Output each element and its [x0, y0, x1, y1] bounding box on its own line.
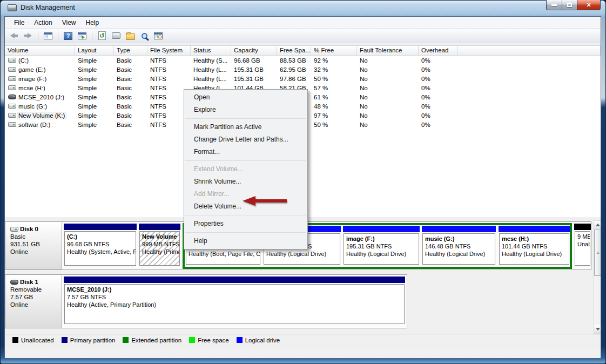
- disk-status: Online: [10, 301, 62, 308]
- context-menu-item-help[interactable]: Help: [184, 235, 307, 247]
- column-header[interactable]: Type: [114, 46, 147, 55]
- scroll-down-button[interactable]: [594, 325, 601, 333]
- legend-item: Extended partition: [123, 337, 181, 343]
- table-cell: 195.31 GB: [231, 66, 277, 73]
- minimize-button[interactable]: [546, 0, 562, 10]
- column-header[interactable]: Status: [191, 46, 231, 55]
- toolbar-separator: [58, 31, 58, 41]
- column-header-filler: [458, 46, 601, 55]
- legend-label: Free space: [198, 337, 229, 343]
- partition-size: 999 MB NTFS: [142, 240, 177, 248]
- table-cell: 50 %: [311, 76, 357, 82]
- column-header[interactable]: Capacity: [231, 46, 277, 55]
- table-cell: Simple: [75, 76, 114, 82]
- context-menu-item-explore[interactable]: Explore: [184, 104, 307, 116]
- context-menu-item-format[interactable]: Format...: [184, 146, 307, 158]
- search-icon: [142, 33, 147, 39]
- context-menu: OpenExploreMark Partition as ActiveChang…: [184, 89, 308, 250]
- context-menu-item-shrink-volume[interactable]: Shrink Volume...: [184, 176, 307, 188]
- partition-size: 7.57 GB NTFS: [67, 293, 402, 301]
- console-tree-button[interactable]: [42, 30, 54, 42]
- menu-separator: [185, 232, 306, 233]
- context-menu-item-mark-partition-as-active[interactable]: Mark Partition as Active: [184, 121, 307, 133]
- minimize-icon: [551, 4, 557, 6]
- menu-action[interactable]: Action: [29, 17, 57, 28]
- scroll-up-button[interactable]: [594, 221, 601, 229]
- partition-type-bar: [139, 224, 180, 230]
- open-folder-button[interactable]: [124, 30, 136, 42]
- table-cell: Basic: [114, 112, 147, 119]
- table-cell: Basic: [114, 66, 147, 73]
- column-header[interactable]: % Free: [311, 46, 357, 55]
- column-header[interactable]: Volume: [5, 46, 75, 55]
- partition-block[interactable]: MCSE_2010 (J:)7.57 GB NTFSHealthy (Activ…: [63, 277, 406, 325]
- removable-disk-icon: [10, 280, 18, 285]
- table-cell: 0%: [419, 85, 458, 91]
- table-cell: NTFS: [147, 57, 191, 64]
- table-row[interactable]: image (F:)SimpleBasicNTFSHealthy (L...19…: [5, 74, 601, 83]
- table-cell: New Volume (K:): [5, 112, 75, 119]
- legend-item: Logical drive: [237, 337, 280, 343]
- table-cell: 0%: [419, 66, 458, 73]
- partition-status: Healthy (System, Active, Primary Partiti…: [67, 248, 133, 255]
- close-button[interactable]: ×: [577, 0, 601, 10]
- view-button[interactable]: [138, 30, 150, 42]
- scroll-down-icon: [596, 328, 600, 331]
- partition-type-bar: [574, 224, 591, 230]
- menu-view[interactable]: View: [57, 17, 81, 28]
- table-row[interactable]: (C:)SimpleBasicNTFSHealthy (S...96.68 GB…: [5, 56, 601, 65]
- table-cell: 92 %: [311, 57, 357, 64]
- column-header[interactable]: Free Spa...: [277, 46, 311, 55]
- rescan-disks-icon: [112, 32, 120, 39]
- disk-1-band: Disk 1 Removable 7.57 GB Online MCSE_201…: [5, 274, 407, 328]
- column-header[interactable]: Fault Tolerance: [357, 46, 419, 55]
- table-cell: 62.95 GB: [277, 66, 311, 73]
- table-cell: Simple: [75, 112, 114, 119]
- table-cell: softwar (D:): [5, 122, 75, 128]
- table-cell: mcse (H:): [5, 85, 75, 91]
- restore-button[interactable]: [562, 0, 577, 10]
- partition-block[interactable]: New Volume999 MB NTFSHealthy (Primary Pa…: [138, 224, 181, 267]
- volume-name: New Volume (K:): [17, 112, 66, 119]
- forward-button[interactable]: [22, 30, 34, 42]
- partition-label: (C:): [67, 233, 133, 240]
- app-icon: [8, 4, 17, 11]
- table-cell: 88.53 GB: [277, 57, 311, 64]
- manage-vhd-button[interactable]: ⚙: [152, 30, 164, 42]
- help-button[interactable]: ?: [62, 30, 74, 42]
- table-cell: 97.86 GB: [277, 76, 311, 82]
- menu-separator: [185, 215, 306, 215]
- table-cell: Healthy (L...: [191, 66, 231, 73]
- menu-file[interactable]: File: [9, 17, 29, 28]
- partition-block[interactable]: (C:)96.68 GB NTFSHealthy (System, Active…: [63, 224, 137, 267]
- back-button[interactable]: [8, 30, 20, 42]
- rescan-disks-button[interactable]: [110, 30, 122, 42]
- table-cell: No: [357, 57, 419, 64]
- context-menu-item-open[interactable]: Open: [184, 91, 307, 104]
- partition-block[interactable]: 9 MBUnallocated: [574, 224, 591, 267]
- legend-label: Logical drive: [245, 337, 280, 343]
- menu-help[interactable]: Help: [81, 17, 104, 28]
- title-bar[interactable]: Disk Management ×: [0, 0, 606, 16]
- table-cell: 61 %: [311, 94, 357, 100]
- column-header[interactable]: File System: [147, 46, 191, 55]
- table-cell: 96.68 GB: [231, 57, 277, 64]
- drive-icon: [8, 122, 16, 127]
- table-row[interactable]: game (E:)SimpleBasicNTFSHealthy (L...195…: [5, 65, 601, 74]
- drive-icon: [8, 67, 16, 72]
- column-header[interactable]: Layout: [75, 46, 114, 55]
- context-menu-item-change-drive-letter-and-paths[interactable]: Change Drive Letter and Paths...: [184, 133, 307, 146]
- scrollbar-thumb[interactable]: ≡: [594, 230, 601, 276]
- table-cell: 0%: [419, 122, 458, 128]
- table-cell: Simple: [75, 85, 114, 91]
- disk-0-info[interactable]: Disk 0 Basic 931.51 GB Online: [5, 222, 62, 269]
- context-menu-item-properties[interactable]: Properties: [184, 218, 307, 230]
- vertical-scrollbar[interactable]: ≡: [594, 220, 601, 334]
- refresh-button[interactable]: ↺: [96, 30, 108, 42]
- show-hide-tree-button[interactable]: [76, 30, 88, 42]
- volume-name: (C:): [18, 57, 29, 64]
- column-header[interactable]: Overhead: [419, 46, 458, 55]
- partition-label: New Volume: [142, 233, 177, 240]
- partition-status: Healthy (Primary Partition): [142, 248, 177, 255]
- disk-1-info[interactable]: Disk 1 Removable 7.57 GB Online: [5, 275, 62, 328]
